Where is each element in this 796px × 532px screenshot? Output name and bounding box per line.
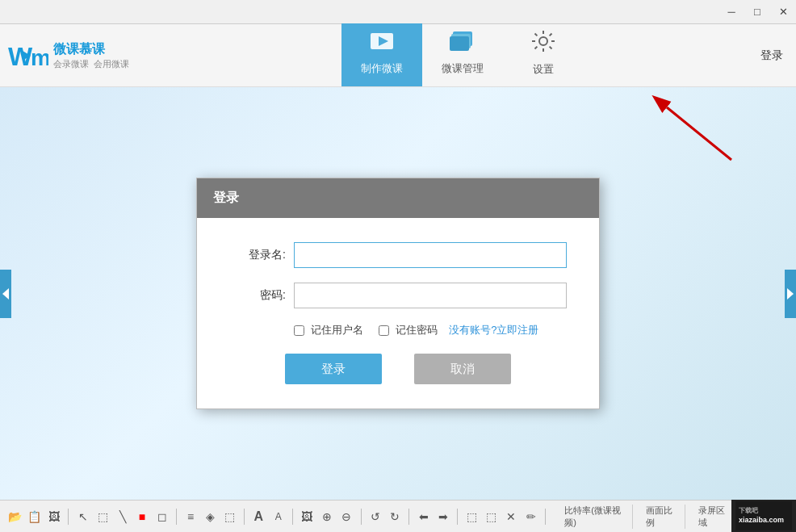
svg-text:W: W bbox=[8, 42, 33, 71]
annotation-arrow bbox=[651, 95, 748, 171]
login-nav-button[interactable]: 登录 bbox=[699, 48, 796, 63]
slide-prev-button[interactable] bbox=[0, 270, 11, 318]
tab-settings[interactable]: 设置 bbox=[503, 23, 584, 86]
toolbar-delete-icon[interactable]: ✕ bbox=[503, 508, 519, 526]
toolbar-sep-6 bbox=[408, 509, 409, 525]
toolbar-shape-icon[interactable]: ◈ bbox=[202, 508, 218, 526]
tab-manage[interactable]: 微课管理 bbox=[422, 23, 503, 86]
toolbar-photo-icon[interactable]: 🖼 bbox=[299, 508, 315, 526]
maximize-button[interactable]: □ bbox=[744, 0, 770, 24]
password-row: 密码: bbox=[229, 283, 567, 308]
username-input[interactable] bbox=[294, 242, 567, 268]
logo: W mk 微课慕课 会录微课 会用微课 bbox=[8, 40, 129, 72]
remember-password-label: 记住密码 bbox=[396, 323, 438, 337]
checkbox-row: 记住用户名 记住密码 没有账号?立即注册 bbox=[294, 323, 567, 337]
svg-text:xiazaiba.com: xiazaiba.com bbox=[739, 516, 784, 524]
remember-password-checkbox[interactable] bbox=[379, 325, 389, 336]
login-dialog: 登录 登录名: 密码: 记住用户名 bbox=[196, 178, 600, 409]
download-badge: 下载吧 xiazaiba.com bbox=[731, 500, 796, 532]
toolbar-image-icon[interactable]: 🖼 bbox=[46, 508, 62, 526]
nav-tabs: 制作微课 微课管理 bbox=[226, 24, 699, 86]
svg-line-16 bbox=[535, 46, 538, 48]
svg-line-14 bbox=[550, 46, 552, 48]
toolbar-forward-icon[interactable]: ➡ bbox=[435, 508, 451, 526]
make-icon bbox=[369, 30, 395, 58]
logo-text: 微课慕课 会录微课 会用微课 bbox=[53, 41, 129, 69]
toolbar-copy-icon[interactable]: ⬚ bbox=[463, 508, 480, 526]
toolbar-sep-7 bbox=[457, 509, 458, 525]
toolbar-line-icon[interactable]: ╲ bbox=[114, 508, 130, 526]
logo-area: W mk 微课慕课 会录微课 会用微课 bbox=[0, 40, 226, 72]
tab-manage-label: 微课管理 bbox=[442, 61, 484, 76]
remember-username-checkbox[interactable] bbox=[294, 325, 304, 336]
cancel-button[interactable]: 取消 bbox=[414, 354, 511, 384]
svg-line-15 bbox=[550, 33, 552, 36]
toolbar-zoom-in-icon[interactable]: ⊕ bbox=[319, 508, 335, 526]
close-button[interactable]: ✕ bbox=[770, 0, 796, 24]
main-content: 登录 登录名: 密码: 记住用户名 bbox=[0, 87, 796, 500]
svg-text:下载吧: 下载吧 bbox=[739, 507, 759, 514]
toolbar-text-a1-icon[interactable]: A bbox=[250, 508, 266, 526]
minimize-button[interactable]: ─ bbox=[718, 0, 744, 24]
toolbar-sep-4 bbox=[292, 509, 293, 525]
svg-text:mk: mk bbox=[31, 45, 48, 70]
toolbar-redo-icon[interactable]: ↻ bbox=[387, 508, 403, 526]
register-link[interactable]: 没有账号?立即注册 bbox=[449, 323, 538, 337]
toolbar-clipboard-icon[interactable]: 📋 bbox=[26, 508, 42, 526]
bottom-toolbar: 📂 📋 🖼 ↖ ⬚ ╲ ■ ◻ ≡ ◈ ⬚ A A 🖼 ⊕ ⊖ ↺ ↻ ⬅ ➡ … bbox=[0, 500, 796, 532]
toolbar-sep-3 bbox=[244, 509, 245, 525]
toolbar-sep-2 bbox=[176, 509, 177, 525]
dialog-body: 登录名: 密码: 记住用户名 记住密码 没有账号?立即注册 bbox=[197, 218, 599, 408]
toolbar-text-a2-icon[interactable]: A bbox=[270, 508, 287, 526]
logo-icon: W mk bbox=[8, 40, 48, 72]
toolbar-list-icon[interactable]: ≡ bbox=[182, 508, 199, 526]
svg-line-20 bbox=[667, 107, 731, 160]
svg-marker-17 bbox=[2, 288, 9, 300]
tab-settings-label: 设置 bbox=[533, 62, 554, 77]
toolbar-back-icon[interactable]: ⬅ bbox=[415, 508, 431, 526]
toolbar-select-icon[interactable]: ⬚ bbox=[94, 508, 111, 526]
button-row: 登录 取消 bbox=[229, 354, 567, 384]
svg-marker-18 bbox=[787, 288, 794, 300]
toolbar-eraser-icon[interactable]: ◻ bbox=[153, 508, 170, 526]
toolbar-sep-5 bbox=[361, 509, 362, 525]
logo-cn-name: 微课慕课 bbox=[53, 41, 129, 58]
remember-username-label: 记住用户名 bbox=[311, 323, 363, 337]
window-controls: ─ □ ✕ bbox=[718, 0, 796, 23]
toolbar-rect-icon[interactable]: ■ bbox=[134, 508, 150, 526]
toolbar-undo-icon[interactable]: ↺ bbox=[367, 508, 383, 526]
toolbar-box-icon[interactable]: ⬚ bbox=[222, 508, 238, 526]
toolbar-paste-icon[interactable]: ⬚ bbox=[484, 508, 500, 526]
username-row: 登录名: bbox=[229, 242, 567, 268]
password-label: 密码: bbox=[229, 288, 286, 303]
toolbar-sep-8 bbox=[545, 509, 546, 525]
svg-line-13 bbox=[535, 33, 538, 36]
tab-make-label: 制作微课 bbox=[361, 61, 403, 76]
login-button[interactable]: 登录 bbox=[285, 354, 382, 384]
tab-make[interactable]: 制作微课 bbox=[341, 23, 422, 86]
status-ratio: 画面比例 bbox=[639, 505, 685, 529]
toolbar-zoom-out-icon[interactable]: ⊖ bbox=[338, 508, 354, 526]
dialog-title: 登录 bbox=[213, 191, 239, 204]
toolbar-cursor-icon[interactable]: ↖ bbox=[74, 508, 90, 526]
nav-bar: W mk 微课慕课 会录微课 会用微课 制作微课 bbox=[0, 24, 796, 87]
status-bitrate: 比特率(微课视频) bbox=[558, 505, 633, 529]
toolbar-pen-icon[interactable]: ✏ bbox=[523, 508, 539, 526]
svg-point-8 bbox=[539, 37, 547, 45]
title-bar: ─ □ ✕ bbox=[0, 0, 796, 24]
status-area: 录屏区域 bbox=[692, 505, 738, 529]
svg-rect-7 bbox=[450, 36, 469, 51]
toolbar-open-icon[interactable]: 📂 bbox=[6, 508, 23, 526]
logo-slogan: 会录微课 会用微课 bbox=[53, 58, 129, 69]
settings-icon bbox=[530, 29, 556, 59]
login-nav-label: 登录 bbox=[760, 48, 783, 63]
dialog-header: 登录 bbox=[197, 178, 599, 218]
slide-next-button[interactable] bbox=[785, 270, 796, 318]
password-input[interactable] bbox=[294, 283, 567, 308]
username-label: 登录名: bbox=[229, 248, 286, 262]
manage-icon bbox=[450, 30, 476, 58]
toolbar-sep-1 bbox=[68, 509, 69, 525]
